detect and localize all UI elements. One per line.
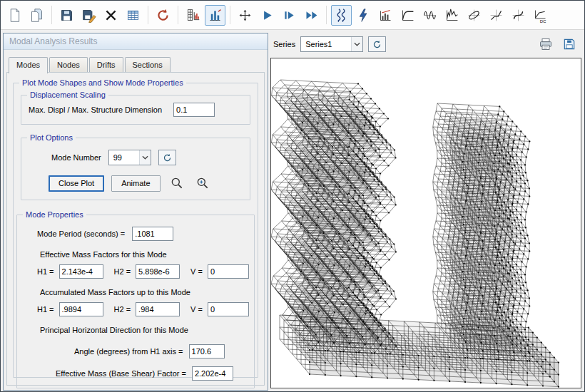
max-displ-input[interactable] [173, 103, 215, 117]
modal-analysis-panel: Modal Analysis Results Modes Nodes Drift… [3, 33, 268, 391]
pushover-curve-icon [400, 8, 415, 23]
chevron-down-icon [139, 150, 151, 165]
usage-ratio-button[interactable] [375, 5, 396, 26]
bar-chart-icon [208, 8, 223, 23]
table-icon [126, 8, 141, 23]
new-file-button[interactable] [4, 5, 25, 26]
mode-shape-button[interactable] [331, 5, 352, 26]
modes-tab-page: Plot Mode Shapes and Show Mode Propertie… [6, 72, 265, 386]
group-title-displacement-scaling: Displacement Scaling [27, 91, 108, 99]
group-title-plot-options: Plot Options [27, 133, 76, 142]
spectrum-button[interactable] [442, 5, 462, 26]
refresh-icon [156, 8, 171, 23]
toolbar-separator [148, 6, 148, 24]
save-plot-icon [562, 37, 576, 51]
series-label: Series [273, 40, 295, 48]
acc-h2-label: H2 = [114, 305, 131, 314]
close-plot-button[interactable]: Close Plot [49, 175, 104, 192]
save-as-icon [81, 8, 96, 23]
delete-button[interactable] [101, 5, 121, 26]
save-plot-button[interactable] [560, 36, 579, 53]
printer-icon [539, 37, 553, 51]
series-value: Series1 [301, 40, 351, 48]
building-plot-icon [185, 8, 200, 23]
energy-button[interactable] [353, 5, 374, 26]
displacement-scaling-group: Displacement Scaling Max. Displ / Max. S… [21, 95, 250, 125]
structure-plot-area [270, 58, 581, 388]
refresh-mode-button[interactable] [158, 150, 176, 165]
toolbar-separator [230, 6, 230, 24]
eff-h2-input[interactable] [136, 264, 180, 279]
mode-shape-icon [334, 8, 349, 23]
move-node-button[interactable] [235, 5, 255, 26]
dc-ratio-icon: DC [533, 8, 548, 23]
svg-text:DC: DC [540, 18, 546, 22]
mode-period-input[interactable] [132, 227, 173, 241]
max-displ-label: Max. Displ / Max. Structure Dimension [29, 105, 162, 114]
save-as-button[interactable] [78, 5, 99, 26]
angle-input[interactable] [189, 344, 225, 359]
accumulated-mass-heading: Accumulated Mass Factors up to this Mode [40, 288, 254, 296]
tab-drifts[interactable]: Drifts [89, 57, 123, 72]
refresh-series-button[interactable] [368, 36, 386, 52]
chevron-down-icon [351, 37, 362, 51]
toolbar-separator [178, 6, 178, 24]
building-plot-button[interactable] [183, 5, 203, 26]
main-toolbar: DC [1, 1, 584, 30]
step-forward-icon [282, 8, 297, 23]
acc-h1-label: H1 = [37, 305, 54, 314]
mode-period-label: Mode Period (seconds) = [37, 229, 125, 238]
toolbar-separator [326, 6, 327, 24]
print-button[interactable] [536, 36, 555, 53]
refresh-small-icon [372, 39, 382, 50]
eff-h1-label: H1 = [37, 267, 54, 276]
new-file-icon [7, 8, 22, 23]
mode-properties-group: Mode Properties Mode Period (seconds) = … [16, 215, 255, 388]
tab-modes[interactable]: Modes [9, 57, 48, 73]
zoom-in-button[interactable] [193, 175, 212, 192]
spectrum-icon [444, 8, 459, 23]
zoom-in-icon [195, 176, 210, 190]
tab-nodes[interactable]: Nodes [49, 57, 88, 72]
zoom-out-button[interactable] [168, 175, 186, 192]
pushover-curve-button[interactable] [397, 5, 418, 26]
plot-header: Series Series1 [273, 33, 579, 55]
series-select[interactable]: Series1 [300, 36, 363, 52]
hysteresis-loop-button[interactable] [464, 5, 484, 26]
play-button[interactable] [257, 5, 278, 26]
step-forward-button[interactable] [279, 5, 300, 26]
table-button[interactable] [123, 5, 143, 26]
tab-strip: Modes Nodes Drifts Sections [9, 57, 171, 72]
acc-v-input[interactable] [208, 302, 249, 316]
structure-wireframe [271, 58, 581, 388]
panel-title: Modal Analysis Results [4, 33, 268, 50]
refresh-button[interactable] [153, 5, 173, 26]
angle-label: Angle (degrees) from H1 axis = [74, 347, 183, 356]
group-title-plot-mode-shapes: Plot Mode Shapes and Show Mode Propertie… [19, 78, 186, 87]
acc-h1-input[interactable] [59, 302, 103, 316]
energy-icon [356, 8, 371, 23]
base-shear-factor-input[interactable] [192, 366, 233, 381]
fast-forward-button[interactable] [301, 5, 322, 26]
acc-h2-input[interactable] [136, 302, 180, 316]
group-title-mode-properties: Mode Properties [23, 210, 86, 219]
eff-h1-input[interactable] [59, 264, 103, 279]
bar-chart-button[interactable] [205, 5, 225, 26]
time-history-button[interactable] [419, 5, 440, 26]
play-icon [260, 8, 275, 23]
eff-v-input[interactable] [208, 264, 249, 279]
animate-button[interactable]: Animate [111, 175, 160, 192]
mode-number-select[interactable]: 99 [108, 150, 151, 165]
delete-icon [103, 8, 118, 23]
open-file-button[interactable] [26, 5, 47, 26]
eff-h2-label: H2 = [114, 267, 131, 276]
plot-mode-shapes-group: Plot Mode Shapes and Show Mode Propertie… [13, 83, 258, 378]
time-history-icon [422, 8, 437, 23]
dc-ratio-button[interactable]: DC [530, 5, 551, 26]
save-button[interactable] [56, 5, 77, 26]
save-icon [59, 8, 74, 23]
force-deformation-button[interactable] [508, 5, 529, 26]
moment-rotation-button[interactable] [486, 5, 507, 26]
move-node-icon [238, 8, 253, 23]
tab-sections[interactable]: Sections [125, 57, 171, 72]
